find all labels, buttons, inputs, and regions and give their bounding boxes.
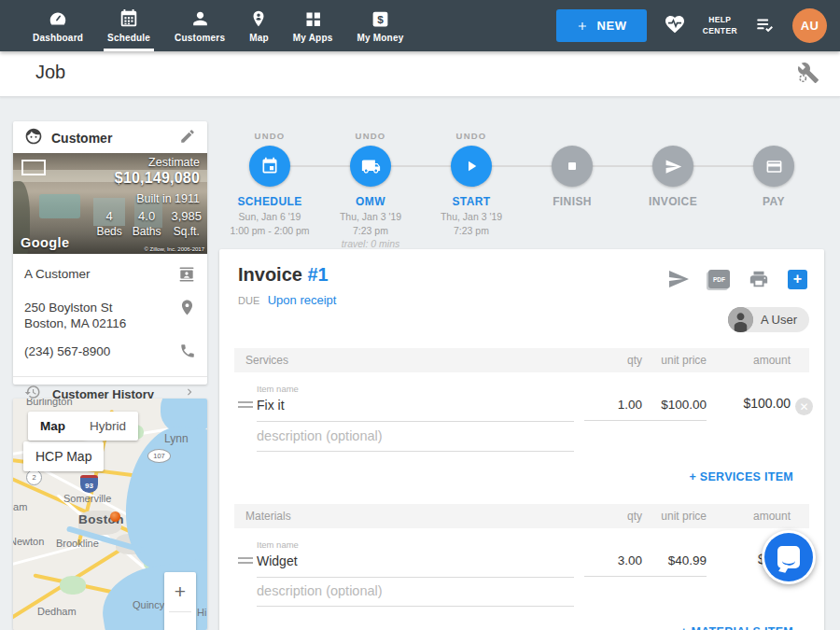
chat-bubble-icon bbox=[764, 533, 813, 581]
material-description-input[interactable] bbox=[257, 583, 574, 607]
wrench-gear-icon[interactable] bbox=[797, 62, 819, 88]
nav-my-money[interactable]: $ My Money bbox=[344, 0, 415, 51]
start-step-button[interactable] bbox=[451, 146, 492, 187]
materials-header: Materials bbox=[245, 510, 291, 523]
material-item-price-input[interactable]: $40.99 bbox=[641, 553, 707, 577]
nav-customers-label: Customers bbox=[175, 33, 225, 43]
stop-icon bbox=[565, 159, 580, 174]
activity-checklist-icon[interactable] bbox=[753, 14, 777, 38]
nav-my-apps-label: My Apps bbox=[293, 33, 333, 43]
contact-card-icon[interactable] bbox=[177, 265, 196, 288]
send-invoice-icon[interactable] bbox=[667, 268, 690, 290]
pdf-icon[interactable]: PDF bbox=[708, 270, 730, 288]
finish-step-button[interactable] bbox=[552, 146, 593, 187]
phone-icon[interactable] bbox=[179, 343, 196, 364]
streetview-expand-icon[interactable] bbox=[21, 160, 46, 175]
undo-omw-button[interactable]: UNDO bbox=[356, 131, 386, 141]
customer-name-row: A Customer bbox=[24, 265, 196, 288]
nav-map[interactable]: Map bbox=[237, 0, 281, 51]
map-type-hybrid[interactable]: Hybrid bbox=[77, 412, 138, 441]
undo-start-button[interactable]: UNDO bbox=[456, 131, 487, 141]
heart-pulse-icon[interactable] bbox=[663, 13, 687, 39]
services-col-amount: amount bbox=[753, 354, 791, 367]
invoice-step-label[interactable]: INVOICE bbox=[649, 195, 697, 208]
material-item-row: Item name Widget 3.00 $40.99 $122. bbox=[234, 534, 809, 586]
map-type-control: Map Hybrid bbox=[28, 412, 138, 441]
customers-person-icon bbox=[189, 6, 211, 29]
service-item-name-input[interactable]: Fix it bbox=[257, 398, 574, 422]
nav-my-apps[interactable]: My Apps bbox=[281, 0, 345, 51]
invoice-step-button[interactable] bbox=[652, 146, 693, 187]
service-item-qty-input[interactable]: 1.00 bbox=[584, 398, 642, 421]
nav-customers[interactable]: Customers bbox=[162, 0, 237, 51]
customer-name: A Customer bbox=[24, 265, 91, 283]
schedule-time: 1:00 pm - 2:00 pm bbox=[230, 224, 309, 238]
schedule-step-label[interactable]: SCHEDULE bbox=[237, 195, 301, 208]
omw-step-label[interactable]: OMW bbox=[356, 195, 385, 208]
add-materials-item-link[interactable]: + MATERIALS ITEM bbox=[680, 625, 793, 630]
customer-address: 250 Boylston St Boston, MA 02116 bbox=[24, 299, 126, 332]
materials-col-price: unit price bbox=[661, 510, 707, 523]
service-item-row: Item name Fix it 1.00 $100.00 $100.00 ✕ bbox=[234, 378, 809, 430]
map-marker-icon[interactable] bbox=[110, 511, 120, 522]
zillow-copyright: © Zillow, Inc. 2006-2017 bbox=[145, 246, 204, 252]
map-label-brookline: Brookline bbox=[56, 538, 99, 549]
sqft-label: Sq.ft. bbox=[171, 225, 202, 238]
nav-schedule-label: Schedule bbox=[107, 33, 150, 43]
pay-step-button[interactable] bbox=[753, 146, 794, 187]
drag-handle-icon[interactable] bbox=[238, 401, 253, 411]
help-center-button[interactable]: HELP CENTER bbox=[703, 15, 737, 35]
photo-decoration bbox=[39, 194, 80, 218]
map-type-map[interactable]: Map bbox=[28, 412, 77, 441]
service-description-input[interactable] bbox=[257, 428, 574, 452]
materials-col-qty: qty bbox=[627, 510, 642, 523]
service-item-price-input[interactable]: $100.00 bbox=[641, 398, 707, 421]
customer-card-header: Customer bbox=[13, 121, 207, 153]
hcp-map-button[interactable]: HCP Map bbox=[23, 441, 104, 471]
new-button-label: NEW bbox=[597, 19, 627, 33]
nav-dashboard-label: Dashboard bbox=[33, 33, 83, 43]
page-title: Job bbox=[35, 62, 65, 83]
customer-phone: (234) 567-8900 bbox=[24, 343, 110, 360]
property-photo[interactable]: Zestimate $10,149,080 Built in 1911 4 Be… bbox=[13, 153, 207, 254]
map-widget[interactable]: Burlington Lynn 107 2 93 Somerville ham … bbox=[13, 399, 207, 630]
print-icon[interactable] bbox=[749, 269, 769, 289]
app-screen: Dashboard Schedule Customers Map bbox=[0, 0, 840, 630]
user-avatar[interactable]: AU bbox=[792, 8, 827, 43]
baths-label: Baths bbox=[133, 225, 161, 238]
due-value-link[interactable]: Upon receipt bbox=[268, 293, 337, 307]
address-line2: Boston, MA 02116 bbox=[24, 315, 126, 332]
invoice-number[interactable]: #1 bbox=[307, 264, 328, 285]
edit-pencil-icon[interactable] bbox=[179, 128, 196, 148]
drag-handle-icon[interactable] bbox=[238, 557, 253, 567]
schedule-step-button[interactable] bbox=[249, 146, 290, 187]
pay-step-label[interactable]: PAY bbox=[763, 195, 785, 208]
zoom-in-button[interactable]: + bbox=[164, 572, 196, 611]
zestimate-label: Zestimate bbox=[148, 156, 200, 169]
start-step-label[interactable]: START bbox=[452, 195, 490, 208]
nav-schedule[interactable]: Schedule bbox=[95, 0, 162, 51]
services-header-band: Services qty unit price amount bbox=[234, 348, 809, 372]
stat-sqft: 3,985 Sq.ft. bbox=[171, 209, 202, 238]
remove-service-item-icon[interactable]: ✕ bbox=[795, 398, 813, 415]
assigned-user-pill[interactable]: A User bbox=[728, 307, 809, 332]
zoom-out-button[interactable]: − bbox=[164, 612, 196, 630]
finish-step-label[interactable]: FINISH bbox=[553, 195, 592, 208]
schedule-date: Sun, Jan 6 '19 bbox=[230, 210, 309, 224]
undo-schedule-button[interactable]: UNDO bbox=[255, 131, 286, 141]
nav-dashboard[interactable]: Dashboard bbox=[21, 0, 95, 51]
material-item-name-input[interactable]: Widget bbox=[257, 553, 574, 578]
material-item-name-label: Item name bbox=[257, 539, 299, 550]
location-pin-icon[interactable] bbox=[178, 299, 196, 321]
due-label: DUE bbox=[238, 295, 259, 306]
chat-launcher-button[interactable] bbox=[762, 530, 816, 584]
add-services-item-link[interactable]: + SERVICES ITEM bbox=[689, 470, 793, 483]
add-invoice-icon[interactable]: + bbox=[788, 270, 807, 289]
omw-step-button[interactable] bbox=[350, 146, 391, 187]
nav-right: NEW HELP CENTER AU bbox=[556, 0, 840, 51]
i93-shield: 93 bbox=[80, 475, 98, 493]
calendar-event-icon bbox=[260, 157, 279, 175]
assigned-user-avatar-icon bbox=[728, 307, 753, 332]
new-button[interactable]: NEW bbox=[556, 9, 647, 42]
material-item-qty-input[interactable]: 3.00 bbox=[584, 553, 642, 577]
